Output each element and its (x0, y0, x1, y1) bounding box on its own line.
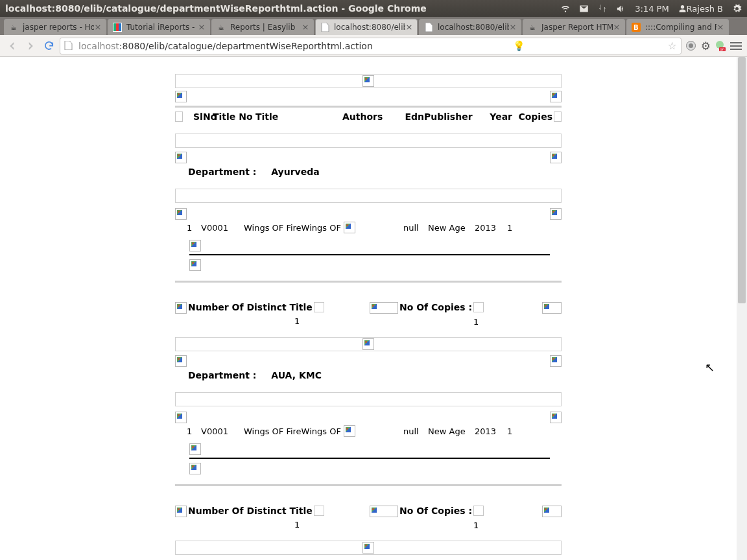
page-icon (64, 41, 75, 51)
close-icon[interactable] (613, 23, 621, 31)
row-bar (175, 189, 562, 203)
broken-image-icon (550, 208, 562, 220)
broken-image-icon (344, 222, 355, 233)
close-icon[interactable] (302, 23, 309, 31)
box-placeholder (314, 506, 324, 516)
distinct-title-label: Number Of Distinct Title (188, 302, 313, 312)
col-titleno: Title No (213, 111, 255, 122)
col-edn: Edn (398, 111, 424, 122)
tab-localhost-active[interactable]: localhost:8080/elib (315, 19, 418, 35)
section-footer: Number Of Distinct Title No Of Copies : (175, 506, 562, 517)
logo-row (175, 91, 562, 103)
tab-jasper-html[interactable]: ☕Jasper Report HTM (523, 19, 625, 35)
cell-slno: 1 (175, 223, 201, 233)
dept-icon-row (175, 355, 562, 368)
cell-publisher: New Age (428, 426, 475, 436)
page-viewport: SlNo Title No Title Authors Edn Publishe… (0, 57, 747, 560)
close-icon[interactable] (94, 23, 102, 31)
department-line: Department : AUA, KMC (175, 368, 562, 380)
close-icon[interactable] (198, 23, 206, 31)
cell-title: Wings OF FireWings OF (244, 223, 341, 233)
page-icon (320, 22, 330, 32)
box-placeholder (473, 506, 484, 516)
close-icon[interactable] (509, 23, 517, 31)
svg-text:on: on (720, 47, 725, 51)
broken-image-icon (189, 259, 201, 271)
close-icon[interactable] (717, 23, 724, 31)
cell-titleno: V0001 (201, 426, 244, 436)
svg-text:B: B (634, 24, 639, 31)
tab-localhost-2[interactable]: localhost:8080/elib (419, 19, 521, 35)
dept-icon-row (175, 152, 562, 164)
blogger-icon: B (631, 22, 641, 32)
broken-image-icon (550, 412, 562, 423)
tab-compiling[interactable]: B::::Compiling and Pa (626, 19, 729, 35)
broken-image-icon (175, 152, 187, 163)
scrollbar-thumb[interactable] (738, 57, 746, 303)
department-value: Ayurveda (271, 167, 319, 177)
tab-tutorial-ireports[interactable]: Tutorial iReports - (108, 19, 210, 35)
volume-icon[interactable] (616, 4, 626, 14)
reload-button[interactable] (42, 39, 56, 53)
cell-copies: 1 (507, 426, 527, 436)
broken-image-icon (370, 506, 398, 517)
report-header-box (175, 74, 562, 88)
report-header-box (175, 541, 562, 555)
broken-image-icon (175, 208, 187, 220)
col-year: Year (473, 111, 512, 122)
svg-point-7 (689, 43, 693, 48)
back-button[interactable] (5, 39, 19, 53)
report: SlNo Title No Title Authors Edn Publishe… (175, 74, 562, 555)
section-footer: Number Of Distinct Title No Of Copies : (175, 302, 562, 314)
cell-edn: null (403, 426, 428, 436)
address-bar[interactable]: localhost:8080/elib/catalogue/department… (60, 38, 682, 54)
extension-on-icon[interactable]: on (715, 40, 726, 52)
wifi-icon[interactable] (561, 4, 570, 13)
broken-image-icon (189, 463, 201, 474)
data-row-icons (175, 412, 562, 424)
cell-titleno: V0001 (201, 223, 244, 233)
page-content[interactable]: SlNo Title No Title Authors Edn Publishe… (0, 57, 737, 560)
extension-icon[interactable] (685, 40, 697, 52)
gear-icon[interactable] (732, 4, 742, 14)
page-icon (423, 22, 434, 32)
broken-image-icon (362, 75, 374, 87)
box-placeholder (314, 302, 324, 312)
table-row: 1 V0001 Wings OF FireWings OF null New A… (175, 220, 562, 233)
section-bar (175, 134, 562, 148)
col-slno: SlNo (184, 111, 213, 122)
broken-image-icon (189, 240, 201, 251)
box-placeholder (473, 302, 484, 312)
cell-title: Wings OF FireWings OF (244, 426, 341, 436)
url-host: localhost (78, 41, 119, 51)
row-bar (175, 392, 562, 406)
tab-jasper-reports[interactable]: ☕jasper reports - Ho (4, 19, 106, 35)
divider (175, 281, 562, 283)
department-value: AUA, KMC (271, 370, 322, 380)
ireport-icon (112, 22, 123, 32)
forward-button[interactable] (23, 39, 38, 53)
cell-slno: 1 (175, 426, 201, 436)
network-icon[interactable] (598, 4, 607, 13)
cell-edn: null (403, 223, 428, 233)
bookmark-icon[interactable]: ☆ (667, 40, 676, 52)
settings-icon[interactable]: ⚙ (701, 40, 711, 52)
chrome-menu-icon[interactable] (730, 42, 742, 50)
mail-icon[interactable] (579, 4, 589, 14)
tab-strip: ☕jasper reports - Ho Tutorial iReports -… (0, 17, 747, 35)
close-icon[interactable] (405, 23, 413, 31)
col-title: Title (255, 111, 342, 122)
user-menu[interactable]: Rajesh B (678, 4, 723, 14)
bulb-icon[interactable]: 💡 (513, 40, 525, 52)
copies-label: No Of Copies : (399, 506, 472, 516)
broken-image-icon (175, 302, 187, 314)
tab-reports-easylib[interactable]: ☕Reports | Easylib (211, 19, 314, 35)
clock[interactable]: 3:14 PM (635, 4, 669, 14)
col-authors: Authors (342, 111, 398, 122)
distinct-title-label: Number Of Distinct Title (188, 506, 313, 516)
broken-image-icon (189, 443, 201, 455)
department-label: Department : (188, 167, 256, 177)
vertical-scrollbar[interactable] (737, 57, 747, 560)
svg-rect-1 (113, 23, 116, 31)
broken-image-icon (175, 412, 187, 423)
